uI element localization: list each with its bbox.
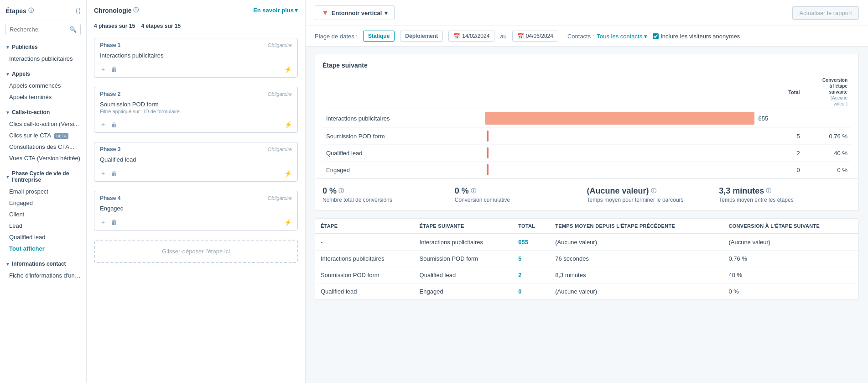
table-avg-time: 76 secondes: [550, 251, 723, 267]
phase-2-name: Soumission POD form: [100, 101, 292, 108]
table-conversion: 0,76 %: [723, 251, 858, 267]
phases-count: 4 phases sur 15: [94, 23, 135, 29]
phase-3-label: Phase 3: [100, 146, 120, 152]
sidebar-header: Étapes ⓘ ⟨⟨: [0, 0, 86, 20]
date-to-button[interactable]: 📅 04/06/2024: [512, 31, 558, 42]
phase-3-header: Phase 3 Obligatoire: [94, 142, 297, 154]
drop-zone-label: Glisser-déposer l'étape ici: [162, 248, 230, 255]
phase-2-body: Soumission POD form Filtre appliqué sur …: [94, 99, 297, 118]
sidebar-section-cta-header[interactable]: ▼ Calls-to-action: [0, 106, 86, 118]
table-total[interactable]: 5: [513, 251, 550, 267]
phase-2-delete-button[interactable]: 🗑: [111, 121, 117, 128]
learn-more-link[interactable]: En savoir plus ▾: [253, 7, 298, 14]
sidebar-section-phase-cycle-header[interactable]: ▼ Phase Cycle de vie de l'entreprise: [0, 168, 86, 186]
table-conversion: 0 %: [723, 283, 858, 300]
deploiement-date-button[interactable]: Déploiement: [400, 31, 443, 42]
sidebar-item-engaged[interactable]: Engaged: [0, 197, 86, 209]
chart-total-cell: 5: [772, 128, 804, 145]
phase-4-btns: ＋ 🗑: [100, 218, 117, 226]
phase-1-body: Interactions publicitaires: [94, 50, 297, 63]
search-icon: 🔍: [69, 26, 77, 33]
phase-4-required: Obligatoire: [268, 195, 292, 201]
table-avg-time: 8,3 minutes: [550, 267, 723, 283]
funnel-button[interactable]: ▼ Entonnoir vertical ▾: [315, 5, 395, 20]
phase-4-label: Phase 4: [100, 195, 120, 201]
phase-4-add-button[interactable]: ＋: [100, 218, 106, 226]
sidebar-section-publicites: ▼ Publicités Interactions publicitaires: [0, 39, 86, 66]
table-avg-time: (Aucune valeur): [550, 283, 723, 300]
date-from-button[interactable]: 📅 14/02/2024: [448, 31, 494, 42]
date-to-value: 04/06/2024: [526, 33, 553, 39]
phase-2-label: Phase 2: [100, 91, 120, 97]
sidebar-item-fiche-infos[interactable]: Fiche d'informations d'un ...: [0, 270, 86, 281]
contacts-dropdown[interactable]: Tous les contacts ▾: [597, 33, 647, 40]
sidebar-item-consultations-cta[interactable]: Consultations des CTA...: [0, 141, 86, 152]
phase-1-actions: ＋ 🗑 ⚡: [94, 63, 297, 77]
refresh-button[interactable]: Actualiser le rapport: [792, 6, 859, 20]
date-range-label: Plage de dates :: [315, 33, 358, 40]
info-icon: ⓘ: [338, 187, 344, 195]
sidebar-item-email-prospect[interactable]: Email prospect: [0, 186, 86, 197]
main-content: ▼ Entonnoir vertical ▾ Actualiser le rap…: [306, 0, 868, 383]
beta-badge: BÊTA: [54, 133, 68, 139]
stat-item: (Aucune valeur) ⓘ Temps moyen pour termi…: [587, 186, 719, 203]
section-label: Phase Cycle de vie de l'entreprise: [12, 170, 81, 183]
chart-col-bar: [481, 75, 772, 109]
static-date-button[interactable]: Statique: [363, 31, 395, 42]
calendar-icon: 📅: [453, 33, 460, 39]
sidebar: Étapes ⓘ ⟨⟨ 🔍 ▼ Publicités Interactions …: [0, 0, 87, 383]
sidebar-item-tout-afficher[interactable]: Tout afficher: [0, 243, 86, 254]
table-total[interactable]: 2: [513, 267, 550, 283]
anonymous-label: Inclure les visiteurs anonymes: [660, 33, 740, 40]
sidebar-section-publicites-header[interactable]: ▼ Publicités: [0, 41, 86, 53]
search-input[interactable]: [10, 26, 69, 33]
info-icon: ⓘ: [651, 187, 656, 195]
drop-zone[interactable]: Glisser-déposer l'étape ici: [94, 240, 298, 263]
phase-1-label: Phase 1: [100, 42, 120, 48]
flash-icon-4: ⚡: [284, 219, 292, 226]
table-stage: Soumission POD form: [315, 267, 414, 283]
phase-2-filter: Filtre appliqué sur : ID de formulaire: [100, 109, 292, 114]
etapes-count: 4 étapes sur 15: [141, 23, 181, 29]
collapse-button[interactable]: ⟨⟨: [75, 6, 81, 15]
chevron-icon: ▼: [5, 174, 10, 179]
anonymous-checkbox-label[interactable]: Inclure les visiteurs anonymes: [653, 33, 740, 40]
section-label: Publicités: [12, 44, 38, 50]
main-toolbar: ▼ Entonnoir vertical ▾ Actualiser le rap…: [306, 0, 868, 26]
sidebar-item-clic-cta[interactable]: Clics sur le CTA BÊTA: [0, 130, 86, 141]
phase-1-add-button[interactable]: ＋: [100, 65, 106, 73]
sidebar-item-clic-cta-version[interactable]: Clics call-to-action (Versi...: [0, 118, 86, 130]
chart-bar-cell: [481, 128, 772, 145]
chart-total-cell: 2: [772, 145, 804, 162]
phase-1-delete-button[interactable]: 🗑: [111, 66, 117, 73]
phase-3-required: Obligatoire: [268, 147, 292, 152]
anonymous-checkbox[interactable]: [653, 33, 659, 39]
sidebar-item-lead[interactable]: Lead: [0, 220, 86, 231]
sidebar-item-client[interactable]: Client: [0, 209, 86, 220]
phase-3-body: Qualified lead: [94, 154, 297, 167]
chart-total-cell: [772, 109, 804, 128]
chart-title: Étape suivante: [322, 62, 851, 69]
chart-row: Engaged 0 0 %: [322, 162, 851, 178]
sidebar-item-appels-termines[interactable]: Appels terminés: [0, 91, 86, 103]
table-total[interactable]: 655: [513, 234, 550, 251]
phase-2-add-button[interactable]: ＋: [100, 121, 106, 129]
stats-row: 0 % ⓘ Nombre total de conversions 0 % ⓘ …: [315, 179, 859, 211]
table-header: TOTAL: [513, 219, 550, 234]
chart-conversion-cell: 40 %: [804, 145, 851, 162]
sidebar-item-interactions-pub[interactable]: Interactions publicitaires: [0, 53, 86, 64]
sidebar-item-appels-commences[interactable]: Appels commencés: [0, 80, 86, 91]
phase-4-delete-button[interactable]: 🗑: [111, 219, 117, 226]
chart-stage-cell: Soumission POD form: [322, 128, 481, 145]
sidebar-item-qualified-lead[interactable]: Qualified lead: [0, 231, 86, 243]
sidebar-item-vues-cta[interactable]: Vues CTA (Version héritée): [0, 152, 86, 164]
funnel-icon: ▼: [322, 9, 329, 17]
table-total[interactable]: 0: [513, 283, 550, 300]
table-row: Interactions publicitaires Soumission PO…: [315, 251, 858, 267]
phase-3-delete-button[interactable]: 🗑: [111, 170, 117, 177]
stat-value: (Aucune valeur) ⓘ: [587, 186, 708, 196]
table-next-stage: Engaged: [414, 283, 513, 300]
phase-3-add-button[interactable]: ＋: [100, 169, 106, 178]
sidebar-section-infos-contact-header[interactable]: ▼ Informations contact: [0, 258, 86, 270]
sidebar-section-appels-header[interactable]: ▼ Appels: [0, 68, 86, 80]
